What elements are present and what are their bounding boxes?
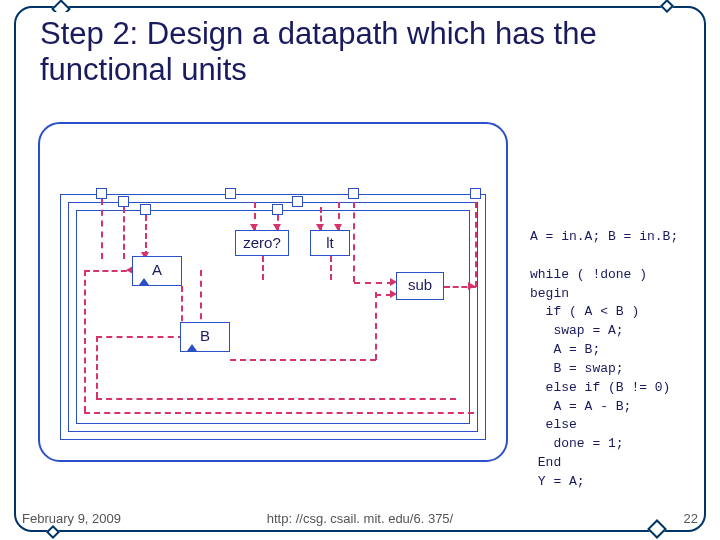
wire (96, 336, 184, 338)
bus-port (96, 188, 107, 199)
wire (84, 270, 86, 412)
wire (200, 270, 202, 330)
wire (96, 398, 456, 400)
register-a: A (132, 256, 182, 286)
wire (330, 256, 332, 280)
bus-port (272, 204, 283, 215)
datapath-diagram: zero? lt sub A B (38, 122, 508, 462)
functional-unit-lt: lt (310, 230, 350, 256)
footer-page-number: 22 (684, 511, 698, 526)
bus-port (348, 188, 359, 199)
bus-port (292, 196, 303, 207)
bus-port (225, 188, 236, 199)
functional-unit-zero: zero? (235, 230, 289, 256)
wire (262, 256, 264, 280)
wire (101, 199, 103, 259)
arrow-icon (468, 282, 475, 290)
register-b: B (180, 322, 230, 352)
wire (475, 202, 477, 287)
wire (145, 215, 147, 257)
wire (375, 292, 377, 360)
wire (353, 202, 355, 282)
slide-title: Step 2: Design a datapath which has the … (34, 12, 686, 95)
wire (123, 207, 125, 259)
footer-url: http: //csg. csail. mit. edu/6. 375/ (0, 511, 720, 526)
pseudocode: A = in.A; B = in.B; while ( !done ) begi… (530, 228, 714, 492)
wire (230, 359, 376, 361)
functional-unit-sub: sub (396, 272, 444, 300)
bus-port (470, 188, 481, 199)
wire (84, 412, 474, 414)
bus-port (118, 196, 129, 207)
wire (96, 336, 98, 398)
bus-port (140, 204, 151, 215)
